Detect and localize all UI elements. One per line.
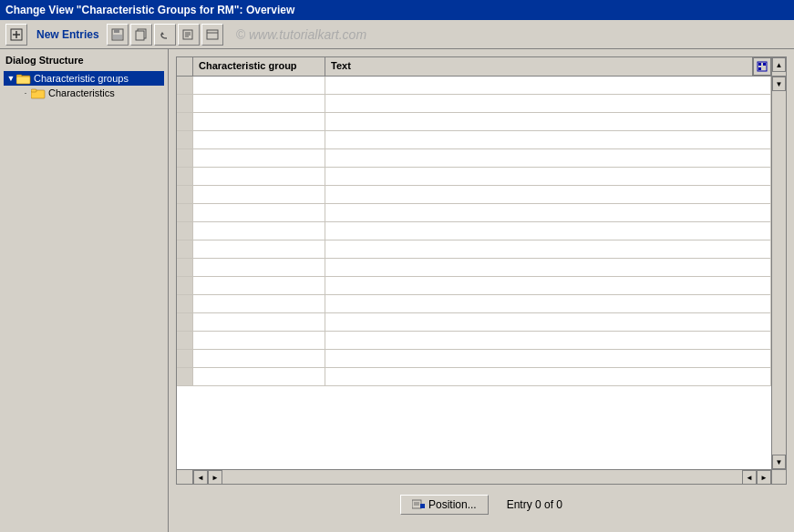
scroll-right-btn[interactable]: ► bbox=[208, 470, 222, 485]
row-cell-char[interactable] bbox=[193, 259, 325, 276]
row-cell-text[interactable] bbox=[325, 350, 771, 367]
row-cell-text[interactable] bbox=[325, 332, 771, 349]
row-selector[interactable] bbox=[177, 113, 193, 130]
row-cell-char[interactable] bbox=[193, 168, 325, 185]
table-row bbox=[177, 186, 771, 204]
folder-closed-icon bbox=[31, 87, 46, 99]
table-row bbox=[177, 204, 771, 222]
row-cell-text[interactable] bbox=[325, 95, 771, 112]
row-cell-text[interactable] bbox=[325, 131, 771, 148]
row-cell-text[interactable] bbox=[325, 149, 771, 167]
table-row bbox=[177, 149, 771, 168]
new-entries-label[interactable]: New Entries bbox=[36, 28, 99, 41]
table-row bbox=[177, 350, 771, 368]
row-cell-char[interactable] bbox=[193, 313, 325, 331]
scroll-down-btn[interactable]: ▼ bbox=[772, 77, 786, 91]
expand-icon-char: · bbox=[20, 87, 31, 98]
row-selector[interactable] bbox=[177, 332, 193, 349]
watermark: © www.tutorialkart.com bbox=[236, 27, 366, 42]
col-selector-header bbox=[177, 57, 193, 76]
row-cell-char[interactable] bbox=[193, 295, 325, 312]
row-cell-text[interactable] bbox=[325, 77, 771, 94]
row-cell-char[interactable] bbox=[193, 204, 325, 221]
row-cell-text[interactable] bbox=[325, 113, 771, 130]
row-cell-char[interactable] bbox=[193, 131, 325, 148]
row-cell-text[interactable] bbox=[325, 222, 771, 240]
row-cell-char[interactable] bbox=[193, 350, 325, 367]
row-cell-text[interactable] bbox=[325, 295, 771, 312]
row-selector[interactable] bbox=[177, 131, 193, 148]
scroll-up-btn[interactable]: ▲ bbox=[772, 57, 786, 72]
row-selector[interactable] bbox=[177, 222, 193, 240]
row-selector[interactable] bbox=[177, 186, 193, 203]
extra-btn[interactable] bbox=[201, 24, 223, 46]
dialog-structure-title: Dialog Structure bbox=[4, 53, 164, 67]
row-cell-text[interactable] bbox=[325, 168, 771, 185]
tree-label-characteristics: Characteristics bbox=[48, 87, 115, 98]
main-content: Dialog Structure ▼ Characteristic groups… bbox=[0, 49, 794, 532]
svg-rect-21 bbox=[763, 63, 766, 66]
position-btn-label: Position... bbox=[428, 498, 477, 511]
table-row bbox=[177, 259, 771, 277]
row-cell-char[interactable] bbox=[193, 186, 325, 203]
tree-item-characteristic-groups[interactable]: ▼ Characteristic groups bbox=[4, 71, 164, 86]
col-header-char-group: Characteristic group bbox=[193, 57, 325, 76]
table-settings-btn[interactable] bbox=[753, 57, 771, 76]
expand-icon: ▼ bbox=[5, 73, 16, 84]
row-selector[interactable] bbox=[177, 295, 193, 312]
svg-rect-20 bbox=[758, 63, 761, 66]
copy-btn[interactable] bbox=[130, 24, 152, 46]
row-selector[interactable] bbox=[177, 368, 193, 385]
row-cell-text[interactable] bbox=[325, 313, 771, 331]
row-selector[interactable] bbox=[177, 240, 193, 258]
row-selector[interactable] bbox=[177, 204, 193, 221]
row-cell-text[interactable] bbox=[325, 259, 771, 276]
entry-status: Entry 0 of 0 bbox=[507, 498, 562, 511]
tree-item-characteristics[interactable]: · Characteristics bbox=[18, 86, 164, 100]
row-selector[interactable] bbox=[177, 149, 193, 167]
vertical-scrollbar[interactable]: ▼ ▼ bbox=[771, 77, 786, 469]
row-cell-text[interactable] bbox=[325, 277, 771, 294]
table-rows bbox=[177, 77, 771, 469]
row-cell-char[interactable] bbox=[193, 222, 325, 240]
row-cell-char[interactable] bbox=[193, 240, 325, 258]
row-cell-text[interactable] bbox=[325, 186, 771, 203]
other-btn[interactable] bbox=[178, 24, 200, 46]
save-btn[interactable] bbox=[107, 24, 129, 46]
row-selector[interactable] bbox=[177, 277, 193, 294]
row-selector[interactable] bbox=[177, 350, 193, 367]
table-row bbox=[177, 240, 771, 259]
row-cell-char[interactable] bbox=[193, 77, 325, 94]
row-cell-char[interactable] bbox=[193, 332, 325, 349]
scroll-left2-btn[interactable]: ◄ bbox=[742, 470, 757, 485]
table-row bbox=[177, 277, 771, 295]
row-cell-text[interactable] bbox=[325, 240, 771, 258]
table-row bbox=[177, 313, 771, 332]
row-cell-text[interactable] bbox=[325, 204, 771, 221]
row-selector[interactable] bbox=[177, 259, 193, 276]
svg-rect-7 bbox=[136, 31, 144, 40]
new-entries-btn[interactable] bbox=[5, 24, 27, 46]
row-selector[interactable] bbox=[177, 313, 193, 331]
scroll-left-btn[interactable]: ◄ bbox=[193, 470, 208, 485]
table-row bbox=[177, 368, 771, 386]
row-cell-char[interactable] bbox=[193, 113, 325, 130]
row-cell-char[interactable] bbox=[193, 149, 325, 167]
svg-rect-18 bbox=[31, 89, 36, 92]
scroll-track-v[interactable] bbox=[772, 91, 786, 455]
scroll-right2-btn[interactable]: ► bbox=[757, 470, 771, 485]
status-area: ... Position... Entry 0 of 0 bbox=[176, 485, 787, 525]
row-cell-text[interactable] bbox=[325, 368, 771, 385]
svg-rect-12 bbox=[207, 30, 218, 39]
position-button[interactable]: ... Position... bbox=[400, 495, 489, 515]
row-selector[interactable] bbox=[177, 168, 193, 185]
row-cell-char[interactable] bbox=[193, 277, 325, 294]
undo-btn[interactable] bbox=[154, 24, 176, 46]
svg-rect-23 bbox=[412, 500, 421, 508]
row-cell-char[interactable] bbox=[193, 368, 325, 385]
row-cell-char[interactable] bbox=[193, 95, 325, 112]
scroll-track-h[interactable] bbox=[222, 470, 742, 484]
row-selector[interactable] bbox=[177, 77, 193, 94]
scroll-down-bottom-btn[interactable]: ▼ bbox=[772, 455, 786, 469]
row-selector[interactable] bbox=[177, 95, 193, 112]
